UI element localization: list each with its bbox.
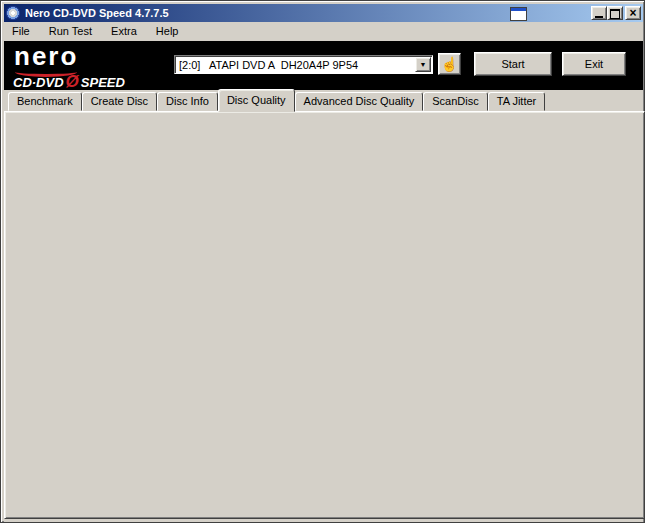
tab-advanced-disc-quality[interactable]: Advanced Disc Quality bbox=[295, 92, 424, 111]
app-window: Nero CD-DVD Speed 4.7.7.5 × File Run Tes… bbox=[0, 0, 645, 523]
close-button[interactable]: × bbox=[625, 6, 641, 20]
tabstrip: Benchmark Create Disc Disc Info Disc Qua… bbox=[8, 90, 545, 111]
select-drive-button[interactable]: ☝ bbox=[438, 53, 461, 75]
window-badge-icon bbox=[510, 7, 527, 21]
drive-select[interactable]: [2:0] ATAPI DVD A DH20A4P 9P54 ▼ bbox=[174, 55, 433, 74]
menubar: File Run Test Extra Help bbox=[4, 22, 643, 41]
exit-button[interactable]: Exit bbox=[562, 52, 626, 76]
disc-quality-page bbox=[4, 111, 645, 519]
minimize-button[interactable] bbox=[591, 6, 607, 20]
maximize-icon bbox=[610, 9, 620, 19]
drive-select-arrow-button[interactable]: ▼ bbox=[415, 57, 431, 72]
tab-ta-jitter[interactable]: TA Jitter bbox=[488, 92, 546, 111]
logo-disc-icon: Ø bbox=[66, 72, 79, 92]
hand-icon: ☝ bbox=[441, 56, 458, 72]
window-badge-titlebar bbox=[511, 8, 526, 11]
maximize-button[interactable] bbox=[607, 6, 623, 20]
tab-create-disc[interactable]: Create Disc bbox=[82, 92, 157, 111]
chevron-down-icon: ▼ bbox=[420, 61, 427, 68]
minimize-icon bbox=[595, 16, 603, 18]
menu-run-test[interactable]: Run Test bbox=[41, 22, 100, 41]
tab-benchmark[interactable]: Benchmark bbox=[8, 92, 82, 111]
logo-speed-text: SPEED bbox=[81, 75, 125, 90]
nero-app-icon bbox=[6, 6, 20, 20]
menu-file[interactable]: File bbox=[4, 22, 38, 41]
tab-disc-quality[interactable]: Disc Quality bbox=[218, 89, 295, 112]
header: nero CD·DVD Ø SPEED [2:0] ATAPI DVD A DH… bbox=[4, 41, 643, 90]
tab-scandisc[interactable]: ScanDisc bbox=[423, 92, 487, 111]
tab-disc-info[interactable]: Disc Info bbox=[157, 92, 218, 111]
window-title: Nero CD-DVD Speed 4.7.7.5 bbox=[25, 7, 169, 19]
menu-extra[interactable]: Extra bbox=[103, 22, 145, 41]
menu-help[interactable]: Help bbox=[148, 22, 187, 41]
start-button[interactable]: Start bbox=[474, 52, 552, 76]
logo-cddvd-text: CD·DVD bbox=[13, 75, 64, 90]
drive-select-value: [2:0] ATAPI DVD A DH20A4P 9P54 bbox=[179, 59, 358, 71]
titlebar: Nero CD-DVD Speed 4.7.7.5 × bbox=[4, 4, 643, 22]
